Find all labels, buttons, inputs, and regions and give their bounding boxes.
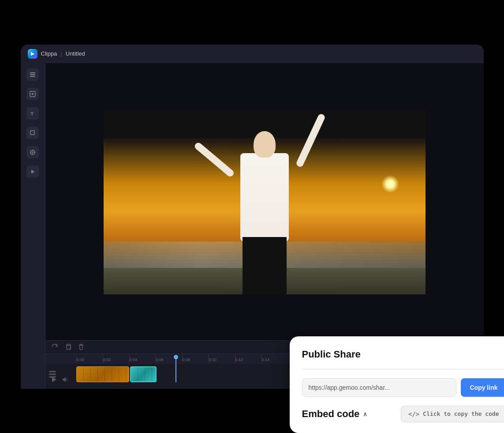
transport-controls	[51, 376, 68, 383]
ruler-mark-2: 0:04	[129, 354, 156, 364]
playhead[interactable]	[175, 357, 176, 382]
sidebar-icon-shapes[interactable]	[26, 127, 39, 139]
ruler-mark-5: 0:10	[209, 354, 235, 364]
modal-title: Public Share	[302, 349, 504, 360]
share-link-row: https://app.gemoo.com/shar... Copy link	[302, 378, 504, 397]
clip-2-thumbnail	[131, 367, 156, 381]
ruler-mark-1: 0:02	[103, 354, 129, 364]
pants	[243, 237, 287, 294]
scene-light	[381, 175, 399, 193]
ruler-mark-3: 0:06	[156, 354, 182, 364]
shirt	[240, 153, 289, 241]
embed-code-button[interactable]: </> Click to copy the code	[401, 406, 504, 422]
play-icon[interactable]	[51, 376, 58, 383]
sidebar-icon-media[interactable]	[26, 88, 39, 100]
embed-label: Embed code	[302, 408, 360, 420]
app-name: Clippa	[41, 50, 57, 57]
copy-link-button[interactable]: Copy link	[461, 378, 504, 397]
volume-icon[interactable]	[61, 376, 68, 383]
ruler-mark-7: 0:14	[261, 354, 288, 364]
svg-marker-4	[32, 93, 34, 95]
sidebar-icon-effects[interactable]	[26, 146, 39, 158]
app-container: ▶ Clippa | Untitled T	[21, 45, 484, 389]
app-logo: ▶	[28, 49, 37, 59]
share-url-display: https://app.gemoo.com/shar...	[302, 378, 457, 397]
embed-section: Embed code ∧ </> Click to copy the code	[302, 406, 504, 422]
sidebar: T	[21, 63, 45, 389]
video-clip-1[interactable]	[76, 366, 129, 382]
track-label-line2	[49, 373, 56, 375]
ruler-mark-6: 0:12	[235, 354, 261, 364]
loop-icon[interactable]	[51, 343, 59, 351]
video-clips	[76, 366, 157, 382]
doc-title: Untitled	[66, 50, 85, 57]
sidebar-icon-text[interactable]: T	[26, 107, 39, 120]
svg-marker-11	[52, 377, 56, 382]
ruler-mark-0: 0:00	[76, 354, 103, 364]
modal-divider	[302, 369, 504, 369]
svg-rect-1	[30, 74, 35, 75]
clip-1-thumbnail	[77, 367, 129, 382]
svg-text:T: T	[30, 111, 34, 116]
video-frame	[104, 109, 426, 294]
video-clip-2[interactable]	[130, 366, 157, 382]
sidebar-icon-layers[interactable]	[26, 68, 39, 81]
ruler-mark-4: 0:08	[182, 354, 209, 364]
video-content	[104, 109, 426, 294]
share-modal: Public Share https://app.gemoo.com/shar.…	[290, 336, 504, 433]
ruler-marks: 0:00 0:02 0:04 0:06 0:08 0:10 0:12 0:14	[76, 354, 288, 364]
chevron-up-icon: ∧	[363, 410, 367, 418]
video-preview	[45, 63, 484, 340]
svg-rect-6	[30, 131, 34, 135]
track-label-line1	[49, 371, 56, 372]
embed-title-row[interactable]: Embed code ∧	[302, 408, 368, 420]
title-bar: ▶ Clippa | Untitled	[21, 45, 484, 63]
sidebar-icon-audio[interactable]	[26, 166, 39, 178]
svg-rect-2	[30, 76, 35, 77]
code-tag-icon: </>	[408, 410, 419, 418]
person-body	[225, 127, 304, 294]
head	[254, 131, 276, 158]
title-divider: |	[60, 50, 62, 57]
logo-symbol: ▶	[31, 51, 34, 56]
embed-code-label: Click to copy the code	[423, 410, 499, 417]
copy-icon[interactable]	[64, 343, 72, 351]
delete-icon[interactable]	[77, 343, 85, 351]
svg-rect-0	[30, 72, 35, 73]
